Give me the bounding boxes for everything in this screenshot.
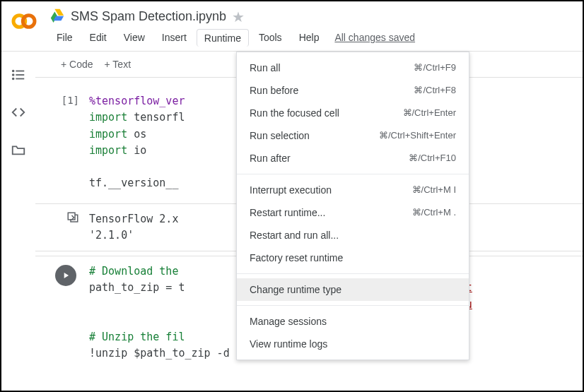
menu-tools[interactable]: Tools bbox=[252, 29, 289, 47]
dd-interrupt[interactable]: Interrupt execution⌘/Ctrl+M I bbox=[237, 179, 469, 201]
body: + Code + Text [1] %tensorflow_ver import… bbox=[1, 52, 583, 390]
dd-run-all[interactable]: Run all⌘/Ctrl+F9 bbox=[237, 57, 469, 79]
menubar: File Edit View Insert Runtime Tools Help… bbox=[49, 29, 415, 47]
menu-edit[interactable]: Edit bbox=[83, 29, 114, 47]
dd-restart-run-all[interactable]: Restart and run all... bbox=[237, 224, 469, 247]
code-content[interactable]: %tensorflow_ver import tensorfl import o… bbox=[89, 93, 185, 192]
dd-factory-reset[interactable]: Factory reset runtime bbox=[237, 247, 469, 269]
dd-separator bbox=[237, 174, 469, 174]
cell-prompt: [1] bbox=[48, 93, 89, 192]
left-rail bbox=[1, 52, 35, 390]
dd-manage-sessions[interactable]: Manage sessions bbox=[237, 310, 469, 333]
dd-run-after[interactable]: Run after⌘/Ctrl+F10 bbox=[237, 147, 469, 170]
dd-restart[interactable]: Restart runtime...⌘/Ctrl+M . bbox=[237, 201, 469, 224]
run-cell-button[interactable] bbox=[55, 265, 76, 286]
files-icon[interactable] bbox=[11, 142, 26, 160]
save-status[interactable]: All changes saved bbox=[334, 29, 415, 47]
dd-separator bbox=[237, 305, 469, 306]
menu-runtime[interactable]: Runtime bbox=[197, 29, 249, 47]
code-snippets-icon[interactable] bbox=[11, 105, 26, 122]
output-content: TensorFlow 2.x '2.1.0' bbox=[89, 211, 185, 244]
doc-title[interactable]: SMS Spam Detection.ipynb bbox=[71, 9, 226, 24]
dd-run-focused[interactable]: Run the focused cell⌘/Ctrl+Enter bbox=[237, 102, 469, 124]
dd-run-before[interactable]: Run before⌘/Ctrl+F8 bbox=[237, 79, 469, 102]
svg-point-7 bbox=[13, 78, 14, 80]
menu-help[interactable]: Help bbox=[292, 29, 327, 47]
main: + Code + Text [1] %tensorflow_ver import… bbox=[35, 52, 583, 390]
dd-change-runtime-type[interactable]: Change runtime type bbox=[237, 278, 469, 301]
menu-view[interactable]: View bbox=[117, 29, 152, 47]
dd-view-logs[interactable]: View runtime logs bbox=[237, 333, 469, 355]
output-icon[interactable] bbox=[48, 211, 89, 244]
dd-run-selection[interactable]: Run selection⌘/Ctrl+Shift+Enter bbox=[237, 124, 469, 147]
colab-logo bbox=[10, 7, 38, 35]
menu-file[interactable]: File bbox=[49, 29, 80, 47]
dd-separator bbox=[237, 273, 469, 274]
add-text-button[interactable]: + Text bbox=[105, 59, 132, 70]
svg-point-5 bbox=[13, 71, 14, 72]
menu-insert[interactable]: Insert bbox=[155, 29, 194, 47]
runtime-dropdown: Run all⌘/Ctrl+F9 Run before⌘/Ctrl+F8 Run… bbox=[236, 52, 469, 360]
svg-point-6 bbox=[13, 74, 14, 76]
drive-icon bbox=[49, 7, 65, 26]
toc-icon[interactable] bbox=[11, 67, 26, 85]
add-code-button[interactable]: + Code bbox=[61, 59, 93, 70]
header: SMS Spam Detection.ipynb ★ File Edit Vie… bbox=[1, 1, 583, 47]
star-icon[interactable]: ★ bbox=[232, 8, 245, 25]
svg-rect-8 bbox=[68, 213, 75, 220]
